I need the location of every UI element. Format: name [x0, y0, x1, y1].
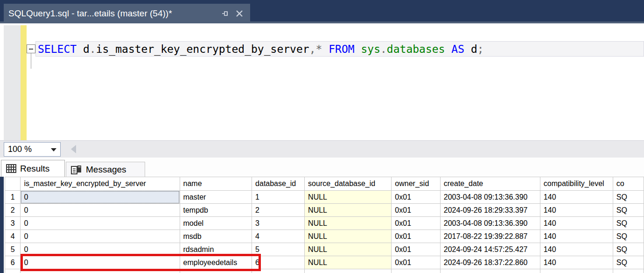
grid-cell[interactable]: msdb — [180, 230, 252, 243]
grid-cell[interactable]: 0x01 — [392, 243, 440, 256]
results-table: is_master_key_encrypted_by_servernamedat… — [5, 177, 644, 273]
close-icon[interactable] — [233, 7, 245, 20]
grid-cell[interactable]: NULL — [305, 204, 392, 217]
code-token: . — [90, 43, 96, 55]
grid-cell[interactable]: 0 — [21, 243, 180, 256]
code-token — [322, 43, 329, 55]
grid-cell[interactable]: 0x01 — [392, 191, 440, 204]
grid-cell[interactable]: 0 — [21, 230, 180, 243]
grid-cell[interactable]: tempdb — [180, 204, 252, 217]
grid-cell[interactable]: 2003-04-08 09:13:36.390 — [440, 191, 540, 204]
grid-cell[interactable]: 140 — [540, 204, 613, 217]
grid-cell[interactable]: 140 — [540, 230, 613, 243]
grid-cell[interactable]: 0x01 — [392, 217, 440, 230]
document-tab-title: SQLQuery1.sql - tar...etails (master (54… — [8, 8, 172, 19]
grid-cell — [21, 269, 180, 273]
grid-cell[interactable]: NULL — [305, 230, 392, 243]
grid-cell[interactable]: 0 — [21, 191, 180, 204]
grid-cell[interactable]: NULL — [305, 256, 392, 269]
grid-column-header[interactable]: owner_sid — [392, 177, 440, 191]
table-row: 10master1NULL0x012003-04-08 09:13:36.390… — [5, 191, 644, 204]
code-token: ; — [477, 43, 484, 55]
grid-row-header[interactable]: 2 — [5, 204, 21, 217]
grid-cell[interactable]: 4 — [252, 230, 305, 243]
grid-row-header[interactable]: 5 — [5, 243, 21, 256]
table-row: 50rdsadmin5NULL0x012024-09-24 14:57:25.4… — [5, 243, 644, 256]
grid-cell[interactable]: 0 — [21, 204, 180, 217]
grid-column-header[interactable]: name — [180, 177, 252, 191]
grid-cell[interactable]: SQ — [613, 204, 644, 217]
grid-cell[interactable]: 140 — [540, 256, 613, 269]
code-token: databases — [387, 43, 445, 55]
code-line: SELECT d.is_master_key_encrypted_by_serv… — [38, 43, 484, 57]
grid-corner-cell[interactable] — [5, 177, 21, 191]
outline-collapse-icon[interactable] — [27, 44, 35, 53]
document-tab[interactable]: SQLQuery1.sql - tar...etails (master (54… — [4, 4, 250, 23]
grid-cell[interactable]: 5 — [252, 243, 305, 256]
code-token: d — [77, 43, 90, 55]
editor-hscroll-strip: 100 % — [0, 140, 644, 158]
grid-column-header[interactable]: co — [613, 177, 644, 191]
grid-cell — [540, 269, 613, 273]
results-grid[interactable]: is_master_key_encrypted_by_servernamedat… — [5, 177, 644, 273]
grid-cell[interactable]: master — [180, 191, 252, 204]
grid-column-header[interactable]: create_date — [440, 177, 540, 191]
grid-row-header[interactable]: 3 — [5, 217, 21, 230]
grid-cell — [252, 269, 305, 273]
grid-cell[interactable]: 0x01 — [392, 230, 440, 243]
table-row: 30model3NULL0x012003-04-08 09:13:36.3901… — [5, 217, 644, 230]
grid-cell[interactable]: 140 — [540, 243, 613, 256]
pin-icon[interactable] — [219, 7, 231, 20]
grid-cell[interactable]: SQ — [613, 217, 644, 230]
grid-column-header[interactable]: source_database_id — [305, 177, 392, 191]
zoom-value: 100 % — [8, 144, 32, 154]
hscroll-left-arrow-icon[interactable] — [71, 145, 76, 153]
grid-cell[interactable]: 1 — [252, 191, 305, 204]
code-token: d — [464, 43, 477, 55]
grid-cell[interactable]: 140 — [540, 217, 613, 230]
zoom-dropdown[interactable]: 100 % — [4, 142, 61, 157]
grid-cell[interactable]: 2017-08-22 19:39:22.887 — [440, 230, 540, 243]
grid-cell[interactable]: 2024-09-24 14:57:25.427 — [440, 243, 540, 256]
grid-row-header — [5, 269, 21, 273]
grid-cell[interactable]: SQ — [613, 256, 644, 269]
grid-row-header[interactable]: 1 — [5, 191, 21, 204]
grid-cell[interactable]: 0 — [21, 217, 180, 230]
grid-cell[interactable]: NULL — [305, 191, 392, 204]
grid-column-header[interactable]: is_master_key_encrypted_by_server — [21, 177, 180, 191]
grid-body: 10master1NULL0x012003-04-08 09:13:36.390… — [5, 191, 644, 273]
grid-cell[interactable]: model — [180, 217, 252, 230]
grid-cell[interactable]: 2 — [252, 204, 305, 217]
grid-cell[interactable]: SQ — [613, 191, 644, 204]
grid-cell[interactable]: 6 — [252, 256, 305, 269]
tab-results[interactable]: Results — [1, 160, 65, 177]
grid-cell[interactable]: 2024-09-26 18:29:33.397 — [440, 204, 540, 217]
grid-cell[interactable]: SQ — [613, 230, 644, 243]
grid-cell[interactable]: 0 — [21, 256, 180, 269]
grid-cell[interactable]: 2003-04-08 09:13:36.390 — [440, 217, 540, 230]
grid-cell[interactable]: NULL — [305, 243, 392, 256]
grid-row-header[interactable]: 4 — [5, 230, 21, 243]
grid-column-header[interactable]: database_id — [252, 177, 305, 191]
grid-row-header[interactable]: 6 — [5, 256, 21, 269]
table-row: 20tempdb2NULL0x012024-09-26 18:29:33.397… — [5, 204, 644, 217]
tab-results-label: Results — [20, 164, 49, 174]
grid-cell[interactable]: 3 — [252, 217, 305, 230]
code-token — [355, 43, 361, 55]
grid-cell[interactable]: NULL — [305, 217, 392, 230]
grid-cell[interactable]: 0x01 — [392, 256, 440, 269]
grid-cell[interactable]: SQ — [613, 243, 644, 256]
grid-cell[interactable]: employeedetails — [180, 256, 252, 269]
tab-messages[interactable]: Messages — [66, 162, 145, 177]
sql-editor[interactable]: SELECT d.is_master_key_encrypted_by_serv… — [0, 25, 644, 140]
grid-cell[interactable]: 140 — [540, 191, 613, 204]
code-token — [445, 43, 451, 55]
grid-column-header[interactable]: compatibility_level — [540, 177, 613, 191]
grid-cell — [305, 269, 392, 273]
grid-cell[interactable]: rdsadmin — [180, 243, 252, 256]
outline-guide-line — [31, 53, 31, 69]
grid-cell — [180, 269, 252, 273]
grid-cell[interactable]: 0x01 — [392, 204, 440, 217]
code-token: . — [380, 43, 387, 55]
grid-cell[interactable]: 2024-09-26 18:37:22.860 — [440, 256, 540, 269]
